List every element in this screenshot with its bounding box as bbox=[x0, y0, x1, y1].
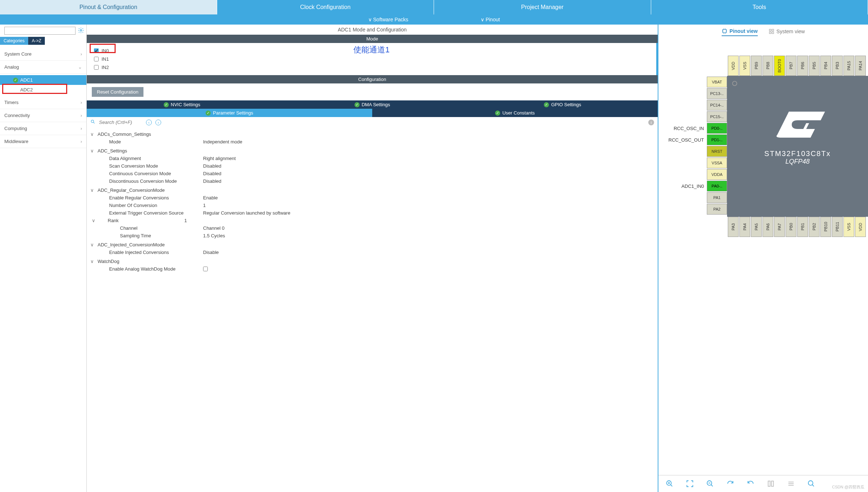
pin-PA3[interactable]: PA3 bbox=[728, 217, 739, 237]
param-mode-value[interactable]: Independent mode bbox=[203, 139, 242, 144]
param-number-conversion-value[interactable]: 1 bbox=[203, 203, 206, 208]
search-icon[interactable] bbox=[807, 480, 815, 488]
peripheral-adc1[interactable]: ✓ADC1 bbox=[0, 75, 86, 85]
checkbox-in0[interactable] bbox=[94, 48, 99, 53]
parameter-search-input[interactable] bbox=[99, 120, 142, 125]
param-rank-value[interactable]: 1 bbox=[184, 218, 187, 223]
param-enable-injected-value[interactable]: Disable bbox=[203, 250, 219, 255]
pin-PB8[interactable]: PB8 bbox=[762, 56, 773, 76]
tab-user-constants[interactable]: ✓User Constants bbox=[372, 109, 658, 117]
pinout-dropdown[interactable]: Pinout bbox=[481, 17, 500, 22]
tab-system-view[interactable]: System view bbox=[769, 28, 805, 36]
param-continuous-value[interactable]: Disabled bbox=[203, 171, 222, 176]
pin-PB1[interactable]: PB1 bbox=[797, 217, 808, 237]
param-channel-value[interactable]: Channel 0 bbox=[203, 225, 224, 231]
list-icon[interactable] bbox=[787, 480, 795, 488]
pin-PA0[interactable]: PA0-.. bbox=[707, 181, 727, 191]
gear-icon[interactable] bbox=[78, 27, 84, 35]
pin-VSS[interactable]: VSS bbox=[739, 56, 750, 76]
pin-VBAT[interactable]: VBAT bbox=[707, 77, 727, 87]
rotate-ccw-icon[interactable] bbox=[747, 480, 755, 488]
pin-BOOT0[interactable]: BOOT0 bbox=[774, 56, 785, 76]
pin-PA7[interactable]: PA7 bbox=[774, 217, 785, 237]
rotate-cw-icon[interactable] bbox=[726, 480, 734, 488]
tab-az[interactable]: A->Z bbox=[28, 37, 45, 45]
layers-icon[interactable] bbox=[767, 480, 775, 488]
software-packs-dropdown[interactable]: Software Packs bbox=[368, 17, 408, 22]
group-watchdog[interactable]: WatchDog bbox=[90, 258, 654, 265]
pin-VDDA[interactable]: VDDA bbox=[707, 169, 727, 180]
peripheral-adc2[interactable]: ADC2 bbox=[0, 85, 86, 95]
pin-PA6[interactable]: PA6 bbox=[762, 217, 773, 237]
tab-project-manager[interactable]: Project Manager bbox=[434, 0, 651, 14]
checkbox-in2[interactable] bbox=[94, 65, 99, 70]
checkbox-in1[interactable] bbox=[94, 57, 99, 61]
tab-tools[interactable]: Tools bbox=[651, 0, 868, 14]
search-next-button[interactable]: › bbox=[155, 120, 161, 125]
pin-PB0[interactable]: PB0 bbox=[786, 217, 796, 237]
zoom-in-icon[interactable] bbox=[666, 480, 674, 488]
category-system-core[interactable]: System Core› bbox=[0, 48, 86, 61]
pin-PA1[interactable]: PA1 bbox=[707, 192, 727, 203]
pin-PA5[interactable]: PA5 bbox=[751, 217, 762, 237]
tab-categories[interactable]: Categories bbox=[0, 37, 28, 45]
pin-PB2[interactable]: PB2 bbox=[809, 217, 820, 237]
pin-PB6[interactable]: PB6 bbox=[797, 56, 808, 76]
fit-icon[interactable] bbox=[686, 480, 694, 488]
svg-rect-25 bbox=[768, 481, 770, 487]
tab-nvic-settings[interactable]: ✓NVIC Settings bbox=[87, 100, 277, 109]
category-analog[interactable]: Analog⌄ bbox=[0, 61, 86, 74]
param-scan-value[interactable]: Disabled bbox=[203, 163, 222, 169]
pin-PB3[interactable]: PB3 bbox=[832, 56, 843, 76]
pin-VSS[interactable]: VSS bbox=[843, 217, 854, 237]
group-adcs-common[interactable]: ADCs_Common_Settings bbox=[90, 130, 654, 138]
tab-pinout-config[interactable]: Pinout & Configuration bbox=[0, 0, 217, 14]
pin-VSSA[interactable]: VSSA bbox=[707, 157, 727, 168]
pin-PD1[interactable]: PD1-.. bbox=[707, 134, 727, 145]
category-computing[interactable]: Computing› bbox=[0, 122, 86, 135]
pin-VDD[interactable]: VDD bbox=[855, 217, 866, 237]
group-adc-settings[interactable]: ADC_Settings bbox=[90, 147, 654, 155]
pin-PA2[interactable]: PA2 bbox=[707, 204, 727, 215]
pin-PC14[interactable]: PC14-.. bbox=[707, 100, 727, 111]
info-icon[interactable]: i bbox=[648, 120, 654, 125]
pin-PA14[interactable]: PA14 bbox=[855, 56, 866, 76]
param-data-alignment-value[interactable]: Right alignment bbox=[203, 156, 236, 161]
group-adc-injected[interactable]: ADC_Injected_ConversionMode bbox=[90, 241, 654, 249]
zoom-out-icon[interactable] bbox=[706, 480, 714, 488]
tab-clock-config[interactable]: Clock Configuration bbox=[217, 0, 434, 14]
pin-PB11[interactable]: PB11 bbox=[832, 217, 843, 237]
pin-NRST[interactable]: NRST bbox=[707, 146, 727, 157]
checkbox-watchdog[interactable] bbox=[203, 266, 208, 272]
tab-parameter-settings[interactable]: ✓Parameter Settings bbox=[87, 109, 372, 117]
category-connectivity[interactable]: Connectivity› bbox=[0, 109, 86, 122]
tab-pinout-view[interactable]: Pinout view bbox=[722, 28, 758, 36]
chip-package[interactable]: STM32F103C8Tx LQFP48 bbox=[727, 76, 868, 217]
pin-PB4[interactable]: PB4 bbox=[820, 56, 831, 76]
category-middleware[interactable]: Middleware› bbox=[0, 135, 86, 148]
param-rank-label[interactable]: Rank bbox=[108, 218, 184, 223]
param-trigger-value[interactable]: Regular Conversion launched by software bbox=[203, 210, 290, 216]
param-continuous-label: Continuous Conversion Mode bbox=[109, 171, 203, 176]
pin-PA4[interactable]: PA4 bbox=[739, 217, 750, 237]
pin-VDD[interactable]: VDD bbox=[728, 56, 739, 76]
category-timers[interactable]: Timers› bbox=[0, 96, 86, 109]
pin-PD0[interactable]: PD0-.. bbox=[707, 123, 727, 134]
pin-PB5[interactable]: PB5 bbox=[809, 56, 820, 76]
pin-PC15[interactable]: PC15-.. bbox=[707, 111, 727, 122]
svg-line-19 bbox=[671, 485, 673, 487]
tab-dma-settings[interactable]: ✓DMA Settings bbox=[277, 100, 468, 109]
search-prev-button[interactable]: ‹ bbox=[146, 120, 152, 125]
pin-PB9[interactable]: PB9 bbox=[751, 56, 762, 76]
tab-gpio-settings[interactable]: ✓GPIO Settings bbox=[467, 100, 658, 109]
pin-PC13[interactable]: PC13-.. bbox=[707, 88, 727, 99]
pin-PB7[interactable]: PB7 bbox=[786, 56, 796, 76]
pin-PA15[interactable]: PA15 bbox=[843, 56, 854, 76]
param-discontinuous-value[interactable]: Disabled bbox=[203, 178, 222, 184]
pin-PB10[interactable]: PB10 bbox=[820, 217, 831, 237]
category-search-input[interactable] bbox=[6, 28, 74, 34]
param-enable-regular-value[interactable]: Enable bbox=[203, 195, 218, 200]
reset-configuration-button[interactable]: Reset Configuration bbox=[92, 87, 143, 97]
param-sampling-value[interactable]: 1.5 Cycles bbox=[203, 233, 225, 238]
group-adc-regular[interactable]: ADC_Regular_ConversionMode bbox=[90, 186, 654, 194]
